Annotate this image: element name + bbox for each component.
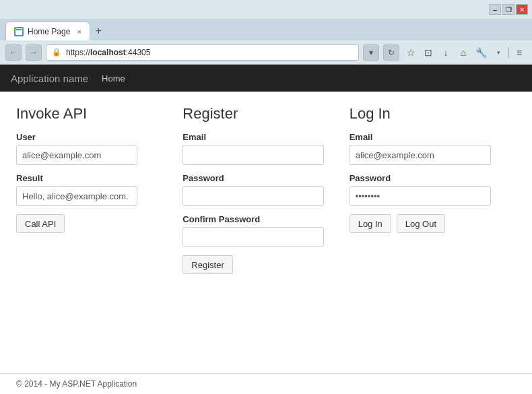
address-input[interactable]: 🔒 https://localhost:44305 bbox=[46, 44, 359, 61]
register-email-input[interactable] bbox=[182, 145, 324, 165]
result-display: Hello, alice@example.com. bbox=[16, 186, 137, 206]
login-password-label: Password bbox=[350, 173, 502, 183]
register-title: Register bbox=[182, 105, 335, 123]
invoke-api-section: Invoke API User alice@example.com Result… bbox=[16, 105, 182, 274]
page-wrapper: Application name Home Invoke API User al… bbox=[0, 65, 532, 394]
url-display: https://localhost:44305 bbox=[66, 48, 150, 57]
footer: © 2014 - My ASP.NET Application bbox=[0, 373, 532, 394]
menu-icon[interactable]: ≡ bbox=[512, 45, 527, 60]
close-button[interactable]: ✕ bbox=[516, 4, 528, 15]
navbar: Application name Home bbox=[0, 65, 532, 92]
register-confirm-input[interactable] bbox=[182, 227, 324, 247]
address-bar: ← → 🔒 https://localhost:44305 ▾ ↻ ☆ ⊡ ↓ … bbox=[0, 40, 532, 65]
active-tab[interactable]: Home Page × bbox=[5, 22, 90, 40]
register-section: Register Email Password Confirm Password… bbox=[182, 105, 349, 274]
dropdown-button[interactable]: ▾ bbox=[363, 44, 379, 61]
star-icon[interactable]: ☆ bbox=[403, 45, 418, 60]
login-email-label: Email bbox=[350, 132, 502, 142]
invoke-api-title: Invoke API bbox=[16, 105, 169, 123]
logout-button[interactable]: Log Out bbox=[397, 214, 445, 233]
browser-chrome: – ❐ ✕ Home Page × + ← → 🔒 https://localh… bbox=[0, 0, 532, 65]
register-confirm-label: Confirm Password bbox=[182, 214, 335, 224]
minimize-button[interactable]: – bbox=[489, 4, 501, 15]
extensions-dropdown-icon[interactable]: ▾ bbox=[491, 45, 506, 60]
toolbar-separator bbox=[508, 47, 509, 58]
login-title: Log In bbox=[350, 105, 502, 123]
login-password-input[interactable]: •••••••• bbox=[350, 186, 491, 206]
register-password-label: Password bbox=[182, 173, 335, 183]
tab-favicon bbox=[14, 27, 24, 36]
result-label: Result bbox=[16, 173, 169, 183]
clipboard-icon[interactable]: ⊡ bbox=[421, 45, 436, 60]
title-bar-controls: – ❐ ✕ bbox=[489, 4, 528, 15]
login-email-input[interactable]: alice@example.com bbox=[350, 145, 491, 165]
tab-bar: Home Page × + bbox=[0, 19, 532, 40]
home-icon[interactable]: ⌂ bbox=[456, 45, 471, 60]
svg-rect-1 bbox=[16, 29, 22, 30]
back-button[interactable]: ← bbox=[5, 44, 22, 61]
login-actions: Log In Log Out bbox=[350, 214, 502, 233]
refresh-button[interactable]: ↻ bbox=[383, 44, 399, 61]
login-section: Log In Email alice@example.com Password … bbox=[350, 105, 516, 274]
call-api-button[interactable]: Call API bbox=[16, 214, 65, 233]
navbar-home-link[interactable]: Home bbox=[102, 73, 125, 84]
extensions-icon[interactable]: 🔧 bbox=[473, 45, 488, 60]
restore-button[interactable]: ❐ bbox=[502, 4, 514, 15]
register-button[interactable]: Register bbox=[182, 255, 232, 274]
user-input[interactable]: alice@example.com bbox=[16, 145, 137, 165]
footer-text: © 2014 - My ASP.NET Application bbox=[16, 379, 137, 389]
register-email-label: Email bbox=[182, 132, 335, 142]
tab-close-icon[interactable]: × bbox=[77, 28, 81, 36]
download-icon[interactable]: ↓ bbox=[438, 45, 453, 60]
navbar-brand: Application name bbox=[11, 73, 88, 84]
new-tab-button[interactable]: + bbox=[90, 22, 107, 40]
tab-label: Home Page bbox=[28, 27, 70, 36]
login-button[interactable]: Log In bbox=[350, 214, 391, 233]
forward-button[interactable]: → bbox=[26, 44, 42, 61]
user-label: User bbox=[16, 132, 169, 142]
toolbar-icons: ☆ ⊡ ↓ ⌂ 🔧 ▾ ≡ bbox=[403, 45, 527, 60]
register-password-input[interactable] bbox=[182, 186, 324, 206]
title-bar: – ❐ ✕ bbox=[0, 0, 532, 19]
page-content: Invoke API User alice@example.com Result… bbox=[0, 92, 532, 288]
lock-icon: 🔒 bbox=[52, 48, 61, 57]
